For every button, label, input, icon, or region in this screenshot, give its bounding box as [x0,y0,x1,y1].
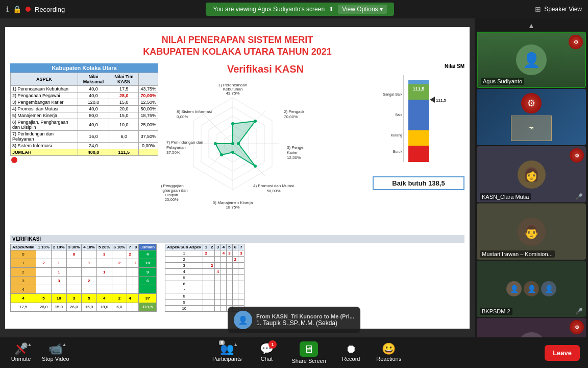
record-label: Record [342,356,360,362]
table-row: 17,528,015,026,015,018,06,0111,5 [11,303,157,311]
view-options-button[interactable]: View Options ▾ [338,5,387,14]
participant-name-bkpsdm: BKPSDM 2 [480,308,512,315]
table-row: 08324 [11,250,157,259]
table-row: 12433 [165,250,244,256]
table-row: 32 [165,262,244,268]
nav-up-arrow[interactable]: ▲ [477,20,586,31]
info-icon[interactable]: ℹ [6,5,9,13]
svg-text:43,75%: 43,75% [226,91,239,96]
kasn-logo-agus: ⚙ [569,35,583,49]
svg-text:Pelayanan: Pelayanan [166,145,186,150]
record-icon: ⏺ [346,342,357,355]
share-screen-button[interactable]: 🖥 Share Screen [291,341,326,364]
chat-badge: 1 [268,340,277,349]
table-row: 3326 [11,277,157,285]
unmute-button[interactable]: 🎤 ▲ Unmute [8,343,34,362]
table-row: 6 [165,281,244,287]
svg-text:5) Manajemen Kinerja: 5) Manajemen Kinerja [213,200,253,205]
participant-tile-bkpsdm: 👤 👤 👤 🎤 BKPSDM 2 [477,261,586,317]
top-bar-left: ℹ 🔒 Recording [6,5,65,13]
svg-text:3) Pengembangan: 3) Pengembangan [287,145,304,150]
recording-dot [26,7,31,12]
sidebar-participants: ▲ 👤 ⚙ Agus Sudiyanto ⚙ 🗺 👩 ⚙ � [475,18,588,337]
table-row: 12112118 [11,259,157,267]
reactions-label: Reactions [376,356,401,362]
slide-body: Kabupaten Kolaka Utara ASPEK Nilai Maksi… [5,61,470,235]
svg-text:37,50%: 37,50% [166,150,180,155]
screen-share-icon: ⬆ [329,6,334,13]
stop-video-button[interactable]: 📹 ▲ Stop Video [42,343,69,362]
leave-button[interactable]: Leave [545,345,580,361]
bar-chart-container: 111,5 Sangat Baik Baik Kurang Buruk 111,… [373,70,464,172]
toolbar-right: Leave [545,345,580,361]
svg-rect-44 [408,80,429,84]
table-row: 8 [165,293,244,299]
svg-text:Penghargaan dan: Penghargaan dan [161,188,188,193]
table-row: 2) Pengadaan Pegawai40,028,070,00% [11,92,158,99]
verif-table-left: Aspek/Nilai 1 10%2 10%3 30%4 10%5 20%6 1… [10,244,157,312]
reactions-icon: 😀 [382,342,396,355]
bottom-toolbar: 🎤 ▲ Unmute 📹 ▲ Stop Video 👥 ▲ 9 [0,337,588,368]
svg-rect-47 [408,130,429,146]
grid-icon: ⊞ [535,5,541,13]
main-screen-area: NILAI PENERAPAN SISTEM MERIT KABUPATEN K… [0,18,475,337]
mute-icon-bkpsdm: 🎤 [575,308,583,315]
top-bar-right: ⊞ Speaker View [535,5,582,13]
verifikasi-title: VERIFIKASI [10,235,464,243]
svg-text:50,00%: 50,00% [266,189,280,193]
verif-tables: Aspek/Nilai 1 10%2 10%3 30%4 10%5 20%6 1… [10,244,464,312]
participants-button[interactable]: 👥 ▲ 9 Participants [212,343,241,362]
nilai-sm-label: Nilai SM [373,63,464,69]
svg-text:Baik: Baik [395,113,402,117]
chat-avatar: 👤 [234,311,252,329]
right-panel: Nilai SM [373,63,464,233]
record-button[interactable]: ⏺ Record [338,343,364,362]
kasn-logo-tri: ⚙ [570,320,584,334]
stop-video-label: Stop Video [42,356,69,362]
slide-header: NILAI PENERAPAN SISTEM MERIT KABUPATEN K… [5,27,470,61]
share-screen-icon: 🖥 [304,343,314,355]
participant-name-clara: KASN_Clara Mutia [480,193,531,200]
participants-count: 9 [219,340,225,345]
table-row: 5) Manajemen Kinerja80,015,018,75% [11,112,158,119]
svg-point-20 [214,142,217,145]
svg-point-14 [231,122,234,125]
chat-message: 1. Taupik S.,SP.,M.M. (Sekda) [256,319,354,327]
reactions-button[interactable]: 😀 Reactions [376,343,402,362]
svg-text:Sangat Baik: Sangat Baik [383,93,402,97]
svg-text:Buruk: Buruk [393,150,403,153]
participant-tile-logo: ⚙ 🗺 [477,89,586,145]
middle-panel: Verifikasi KASN [161,63,370,233]
participant-tile-mustari: 👨 Mustari Irawan – Komision... [477,203,586,260]
svg-text:18,75%: 18,75% [226,205,239,210]
svg-point-16 [237,142,240,145]
kabupaten-header: Kabupaten Kolaka Utara [10,63,158,73]
screen-share-notice: You are viewing Agus Sudiyanto's screen … [206,3,394,16]
chat-content: From KASN_Tri Kuncoro to Me (Pri... 1. T… [256,313,354,327]
table-row: 6) Pengajian, Penghargaan dan Disiplin40… [11,119,158,130]
speaker-view-button[interactable]: Speaker View [544,6,582,13]
participants-label: Participants [212,356,241,362]
participant-name-agus: Agus Sudiyanto [481,78,524,85]
svg-point-17 [254,165,257,168]
table-row-total: 45103542437 [11,294,157,303]
indicator-dot [11,157,17,163]
svg-rect-48 [408,146,429,162]
slide-title: NILAI PENERAPAN SISTEM MERIT KABUPATEN K… [10,34,464,58]
security-icon[interactable]: 🔒 [13,5,21,13]
table-row: 4) Promosi dan Mutasi40,020,050,00% [11,105,158,112]
top-bar: ℹ 🔒 Recording You are viewing Agus Sudiy… [0,0,588,18]
share-screen-label: Share Screen [291,358,326,364]
radar-chart: 1) Perencanaan Kebutuhan 43,75% 2) Penga… [161,77,370,210]
participant-tile-tri: 👨 ⚙ KASN_Tri Kuncoro [477,318,586,337]
svg-text:7) Perlindungan dan: 7) Perlindungan dan [166,140,203,145]
kasn-logo-clara: ⚙ [570,148,584,163]
speaker-view-label: Speaker View [544,6,582,13]
svg-point-19 [220,153,223,156]
table-row-total: JUMLAH400,0111,5 [11,149,158,155]
recording-label: Recording [35,6,65,13]
table-row: 8) Sistem Informasi24,0-0,00% [11,142,158,149]
toolbar-left: 🎤 ▲ Unmute 📹 ▲ Stop Video [8,343,69,362]
chat-button[interactable]: 💬 1 Chat [254,343,279,362]
participant-name-mustari: Mustari Irawan – Komision... [480,250,555,258]
